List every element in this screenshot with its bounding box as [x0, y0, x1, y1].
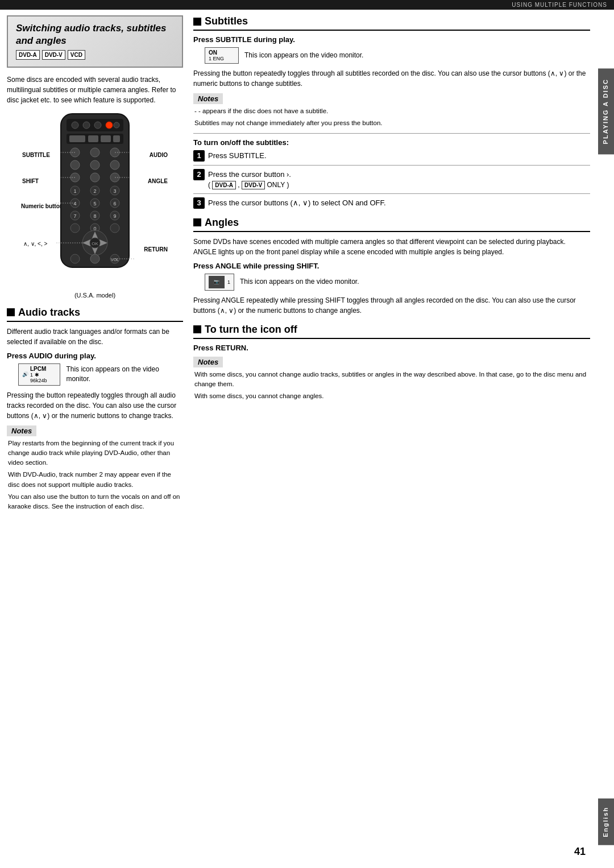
sub-note-2: Subtitles may not change immediately aft… [194, 118, 590, 128]
angles-title: Angles [205, 217, 239, 229]
sub-notes-label: Notes [193, 93, 223, 104]
title-box: Switching audio tracks, subtitles and an… [7, 15, 183, 68]
remote-area: SUBTITLE AUDIO SHIFT ANGLE Numeric butto… [7, 111, 183, 287]
step-number-3: 3 [193, 197, 205, 209]
step-1: 1 Press SUBTITLE. [193, 150, 590, 162]
svg-point-15 [70, 160, 80, 170]
angles-body-text: Some DVDs have scenes encoded with multi… [193, 237, 590, 257]
angle-icon-num: 1 [227, 279, 230, 285]
svg-point-2 [72, 122, 78, 129]
intro-text: Some discs are encoded with several audi… [7, 75, 183, 105]
badge-dvdv: DVD-V [42, 50, 65, 60]
icon-off-notes-label: Notes [193, 357, 223, 367]
label-subtitle: SUBTITLE [22, 152, 50, 158]
icon-off-note-1: With some discs, you cannot change audio… [194, 370, 590, 390]
top-bar: USING MULTIPLE FUNCTIONS [0, 0, 614, 10]
step-2: 2 Press the cursor button ›. ( DVD-A , D… [193, 169, 590, 190]
svg-text:2: 2 [93, 188, 96, 194]
svg-point-50 [70, 254, 80, 263]
section-square-sub [193, 18, 201, 26]
audio-body-text: Pressing the button repeatedly toggles t… [7, 390, 183, 421]
audio-notes-label: Notes [7, 425, 36, 436]
step-number-2: 2 [193, 169, 205, 180]
icon-off-notes-box: Notes With some discs, you cannot change… [193, 357, 590, 402]
step-text-3: Press the cursor buttons (∧, ∨) to selec… [208, 197, 386, 208]
sub-notes-box: Notes - - appears if the disc does not h… [193, 93, 590, 129]
angles-body-text2: Pressing ANGLE repeatedly while pressing… [193, 295, 590, 316]
label-audio: AUDIO [150, 152, 168, 158]
label-cursors: ∧, ∨, <, > [23, 241, 47, 247]
sub-note-1: - - appears if the disc does not have a … [194, 106, 590, 116]
svg-point-16 [90, 160, 99, 170]
audio-tracks-header: Audio tracks [7, 307, 183, 322]
svg-text:5: 5 [93, 201, 96, 206]
svg-rect-11 [113, 135, 120, 142]
remote-svg: 1 2 3 4 5 6 7 8 9 [49, 111, 140, 276]
svg-text:1: 1 [73, 188, 76, 194]
audio-icon-box: 🔊 LPCM 1 ✱ 96k24b [18, 363, 60, 386]
press-subtitle-label: Press SUBTITLE during play. [193, 35, 590, 44]
press-return-label: Press RETURN. [193, 344, 590, 352]
svg-point-42 [110, 224, 119, 233]
left-column: Switching audio tracks, subtitles and an… [7, 15, 183, 516]
badge-dvda: DVD-A [16, 50, 40, 60]
sub-icon-desc: This icon appears on the video monitor. [244, 51, 363, 60]
svg-text:3: 3 [113, 188, 116, 194]
angles-header: Angles [193, 217, 590, 232]
turn-on-off-title: To turn on/off the subtitles: [193, 138, 590, 147]
svg-text:OK: OK [92, 241, 98, 246]
playing-a-disc-tab: PLAYING A DISC [598, 68, 614, 154]
svg-point-13 [90, 148, 99, 157]
divider-1 [193, 133, 590, 134]
angle-icon-box: 📷 1 [205, 274, 234, 291]
press-angle-label: Press ANGLE while pressing SHIFT. [193, 262, 590, 270]
svg-text:7: 7 [73, 213, 76, 219]
sub-icon-inner: ON 1 ENG [209, 49, 224, 61]
label-shift: SHIFT [22, 178, 39, 184]
svg-point-19 [90, 173, 99, 182]
right-column: Subtitles Press SUBTITLE during play. ON… [193, 15, 590, 516]
angle-icon-row: 📷 1 This icon appears on the video monit… [205, 274, 590, 291]
divider-2 [193, 165, 590, 166]
svg-text:4: 4 [73, 201, 76, 206]
svg-point-51 [90, 254, 99, 263]
icon-off-note-2: With some discs, you cannot change angle… [194, 391, 590, 401]
section-square [7, 308, 15, 316]
audio-tracks-intro: Different audio track languages and/or f… [7, 326, 183, 347]
subtitles-title: Subtitles [205, 15, 248, 27]
svg-text:6: 6 [113, 201, 116, 206]
audio-notes-box: Notes Play restarts from the beginning o… [7, 425, 183, 512]
svg-point-41 [70, 224, 80, 233]
audio-icon-inner: LPCM 1 ✱ 96k24b [30, 366, 56, 383]
press-audio-label: Press AUDIO during play. [7, 352, 183, 360]
icon-off-notes-content: With some discs, you cannot change audio… [193, 370, 590, 402]
section-square-ang [193, 218, 201, 226]
subtitles-header: Subtitles [193, 15, 590, 31]
audio-note-2: With DVD-Audio, track number 2 may appea… [8, 470, 183, 490]
model-label: (U.S.A. model) [7, 292, 183, 299]
svg-text:VOL: VOL [111, 258, 119, 262]
section-square-off [193, 325, 201, 333]
language-tab: English [598, 799, 614, 845]
sub-body-text: Pressing the button repeatedly toggles t… [193, 68, 590, 89]
title-text: Switching audio tracks, subtitles and an… [16, 22, 174, 47]
main-content: Switching audio tracks, subtitles and an… [0, 10, 614, 522]
audio-note-3: You can also use the button to turn the … [8, 492, 183, 512]
audio-icon-row: 🔊 LPCM 1 ✱ 96k24b This icon appears on t… [18, 363, 183, 386]
step-number-1: 1 [193, 150, 205, 162]
divider-3 [193, 193, 590, 194]
svg-text:9: 9 [113, 213, 116, 219]
svg-rect-10 [101, 135, 111, 142]
badge-row: DVD-A DVD-V VCD [16, 50, 85, 60]
step-3: 3 Press the cursor buttons (∧, ∨) to sel… [193, 197, 590, 209]
svg-point-5 [106, 122, 113, 129]
svg-point-17 [110, 160, 119, 170]
angle-icon-symbol: 📷 [209, 276, 225, 288]
sub-icon-box: ON 1 ENG [205, 47, 239, 64]
step-text-2: Press the cursor button ›. ( DVD-A , DVD… [208, 169, 291, 190]
step-text-1: Press SUBTITLE. [208, 150, 267, 161]
angle-icon-desc: This icon appears on the video monitor. [240, 277, 359, 287]
page-number: 41 [574, 846, 586, 858]
badge-vcd: VCD [68, 50, 85, 60]
svg-point-6 [114, 122, 119, 128]
